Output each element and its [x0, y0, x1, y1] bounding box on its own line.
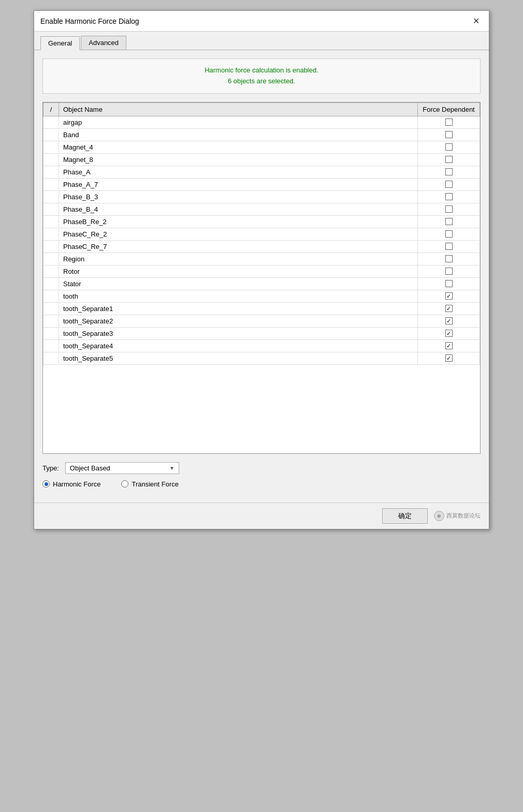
force-checkbox[interactable] — [445, 342, 453, 349]
tab-advanced[interactable]: Advanced — [81, 36, 126, 50]
transient-radio-outer — [121, 480, 128, 488]
force-checkbox[interactable] — [445, 156, 453, 163]
dialog-footer: 确定 ⊕ 西莫数据论坛 — [34, 503, 489, 529]
row-object-name: Stator — [59, 277, 418, 290]
row-object-name: airgap — [59, 116, 418, 128]
table-row: Phase_A — [43, 166, 480, 178]
force-checkbox[interactable] — [445, 280, 453, 287]
row-force-dependent[interactable] — [418, 203, 480, 215]
row-force-dependent[interactable] — [418, 141, 480, 153]
status-box: Harmonic force calculation is enabled. 6… — [42, 58, 481, 94]
row-object-name: tooth_Separate4 — [59, 339, 418, 352]
row-force-dependent[interactable] — [418, 215, 480, 228]
row-object-name: PhaseC_Re_2 — [59, 228, 418, 240]
table-row: PhaseC_Re_2 — [43, 228, 480, 240]
row-force-dependent[interactable] — [418, 265, 480, 277]
row-object-name: tooth — [59, 290, 418, 302]
row-force-dependent[interactable] — [418, 352, 480, 364]
watermark-icon: ⊕ — [434, 511, 444, 521]
table-row: airgap — [43, 116, 480, 128]
row-object-name: Rotor — [59, 265, 418, 277]
force-checkbox[interactable] — [445, 292, 453, 300]
row-index — [43, 302, 59, 315]
table-row: PhaseC_Re_7 — [43, 240, 480, 253]
objects-table: / Object Name Force Dependent airgapBand… — [43, 102, 480, 365]
table-row: tooth_Separate5 — [43, 352, 480, 364]
force-checkbox[interactable] — [445, 193, 453, 200]
row-index — [43, 215, 59, 228]
force-checkbox[interactable] — [445, 205, 453, 213]
ok-button[interactable]: 确定 — [382, 508, 428, 524]
row-object-name: tooth_Separate2 — [59, 315, 418, 327]
force-checkbox[interactable] — [445, 317, 453, 324]
row-force-dependent[interactable] — [418, 190, 480, 203]
force-type-row: Harmonic Force Transient Force — [42, 480, 481, 488]
row-index — [43, 253, 59, 265]
status-line1: Harmonic force calculation is enabled. — [49, 65, 474, 76]
row-force-dependent[interactable] — [418, 290, 480, 302]
row-force-dependent[interactable] — [418, 327, 480, 339]
row-force-dependent[interactable] — [418, 128, 480, 141]
row-index — [43, 178, 59, 190]
row-force-dependent[interactable] — [418, 153, 480, 166]
dialog-content: Harmonic force calculation is enabled. 6… — [34, 50, 489, 503]
row-index — [43, 116, 59, 128]
row-object-name: Magnet_4 — [59, 141, 418, 153]
harmonic-force-label: Harmonic Force — [53, 480, 100, 488]
force-checkbox[interactable] — [445, 305, 453, 312]
type-row: Type: Object Based ▼ — [42, 462, 481, 474]
row-force-dependent[interactable] — [418, 228, 480, 240]
row-object-name: Band — [59, 128, 418, 141]
table-row: Band — [43, 128, 480, 141]
row-index — [43, 352, 59, 364]
col-force-header: Force Dependent — [418, 102, 480, 116]
harmonic-radio-outer — [42, 480, 50, 488]
harmonic-force-radio[interactable]: Harmonic Force — [42, 480, 100, 488]
force-checkbox[interactable] — [445, 355, 453, 362]
table-row: Phase_B_3 — [43, 190, 480, 203]
objects-table-container: / Object Name Force Dependent airgapBand… — [42, 102, 481, 454]
force-checkbox[interactable] — [445, 168, 453, 175]
type-dropdown[interactable]: Object Based ▼ — [65, 462, 179, 474]
force-checkbox[interactable] — [445, 330, 453, 337]
force-checkbox[interactable] — [445, 255, 453, 262]
row-force-dependent[interactable] — [418, 116, 480, 128]
force-checkbox[interactable] — [445, 131, 453, 138]
row-index — [43, 240, 59, 253]
transient-force-label: Transient Force — [132, 480, 179, 488]
enable-harmonic-force-dialog: Enable Harmonic Force Dialog ✕ General A… — [34, 10, 489, 529]
table-row: PhaseB_Re_2 — [43, 215, 480, 228]
row-force-dependent[interactable] — [418, 277, 480, 290]
row-force-dependent[interactable] — [418, 178, 480, 190]
watermark-text: 西莫数据论坛 — [446, 512, 481, 520]
row-index — [43, 290, 59, 302]
row-force-dependent[interactable] — [418, 253, 480, 265]
row-force-dependent[interactable] — [418, 166, 480, 178]
row-index — [43, 277, 59, 290]
force-checkbox[interactable] — [445, 119, 453, 126]
force-checkbox[interactable] — [445, 268, 453, 275]
row-force-dependent[interactable] — [418, 339, 480, 352]
row-force-dependent[interactable] — [418, 240, 480, 253]
transient-force-radio[interactable]: Transient Force — [121, 480, 179, 488]
row-object-name: Phase_A_7 — [59, 178, 418, 190]
table-row: Phase_B_4 — [43, 203, 480, 215]
row-object-name: PhaseC_Re_7 — [59, 240, 418, 253]
row-force-dependent[interactable] — [418, 302, 480, 315]
dropdown-arrow-icon: ▼ — [169, 465, 175, 471]
close-button[interactable]: ✕ — [470, 15, 483, 27]
force-checkbox[interactable] — [445, 143, 453, 151]
row-force-dependent[interactable] — [418, 315, 480, 327]
row-index — [43, 228, 59, 240]
row-object-name: Phase_B_3 — [59, 190, 418, 203]
row-object-name: Phase_B_4 — [59, 203, 418, 215]
force-checkbox[interactable] — [445, 218, 453, 225]
row-index — [43, 153, 59, 166]
tab-general[interactable]: General — [40, 36, 80, 50]
force-checkbox[interactable] — [445, 230, 453, 238]
row-index — [43, 166, 59, 178]
force-checkbox[interactable] — [445, 181, 453, 188]
table-row: Region — [43, 253, 480, 265]
force-checkbox[interactable] — [445, 243, 453, 250]
table-row: tooth_Separate1 — [43, 302, 480, 315]
